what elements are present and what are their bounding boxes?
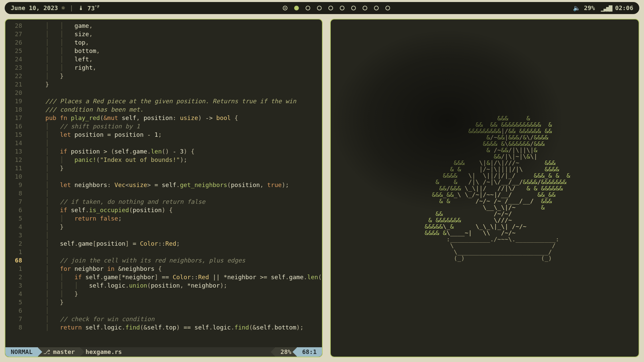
workspace-dot-7[interactable] xyxy=(363,6,367,10)
clock-label: 02:06 xyxy=(615,4,633,11)
workspace-dot-2[interactable] xyxy=(306,6,310,10)
temperature-label: 73°F xyxy=(88,5,100,11)
date-label: June 10, 2023 xyxy=(11,5,58,11)
code-area[interactable]: │ │ game, │ │ size, │ │ top, │ │ bottom,… xyxy=(27,21,322,347)
workspace-dot-8[interactable] xyxy=(374,6,379,10)
workspace-dot-1[interactable] xyxy=(294,6,299,10)
top-bar: June 10, 2023 ☼ | 🌡 73°F 🔈 29% ▁▃▅▇ 02:0… xyxy=(5,2,639,14)
line-number-gutter: 2827262524232221201918171615141312111098… xyxy=(5,21,27,347)
thermometer-icon: 🌡 xyxy=(78,5,84,11)
topbar-right: 🔈 29% ▁▃▅▇ 02:06 xyxy=(573,5,633,11)
workspace-dot-9[interactable] xyxy=(385,6,390,10)
editor-statusline: NORMAL ⎇ master hexgame.rs 28% 68:1 xyxy=(5,347,322,357)
git-branch-label: master xyxy=(53,349,75,355)
editor-body[interactable]: 2827262524232221201918171615141312111098… xyxy=(5,19,322,347)
speaker-icon: 🔈 xyxy=(573,5,580,11)
signal-icon: ▁▃▅▇ xyxy=(601,5,611,11)
workspace-dot-0[interactable] xyxy=(283,6,287,10)
terminal-content: &&& & && && &&&&&&&&&&& & &&&&&&&&&|/&& … xyxy=(331,19,639,357)
editor-pane[interactable]: 2827262524232221201918171615141312111098… xyxy=(5,19,323,357)
volume-group: 🔈 29% xyxy=(573,5,595,11)
sun-icon: ☼ xyxy=(61,5,65,11)
workspace-dot-4[interactable] xyxy=(328,6,333,10)
topbar-left: June 10, 2023 ☼ | 🌡 73°F xyxy=(11,5,100,11)
bonsai-art: &&& & && && &&&&&&&&&&& & &&&&&&&&&|/&& … xyxy=(399,115,570,261)
clock-group: ▁▃▅▇ 02:06 xyxy=(601,5,633,11)
terminal-pane[interactable]: &&& & && && &&&&&&&&&&& & &&&&&&&&&|/&& … xyxy=(330,19,639,357)
workspace-dot-6[interactable] xyxy=(351,6,356,10)
workspace-panes: 2827262524232221201918171615141312111098… xyxy=(5,19,639,357)
separator: | xyxy=(68,5,75,11)
workspace-dot-3[interactable] xyxy=(317,6,322,10)
volume-label: 29% xyxy=(584,4,595,11)
git-branch-segment: ⎇ master xyxy=(38,347,80,357)
workspace-indicator[interactable] xyxy=(100,6,573,10)
workspace-dot-5[interactable] xyxy=(340,6,344,10)
mode-segment: NORMAL xyxy=(5,347,38,357)
git-branch-icon: ⎇ xyxy=(43,349,50,355)
cursor-position-segment: 68:1 xyxy=(297,347,322,357)
filename-segment: hexgame.rs xyxy=(80,347,275,357)
